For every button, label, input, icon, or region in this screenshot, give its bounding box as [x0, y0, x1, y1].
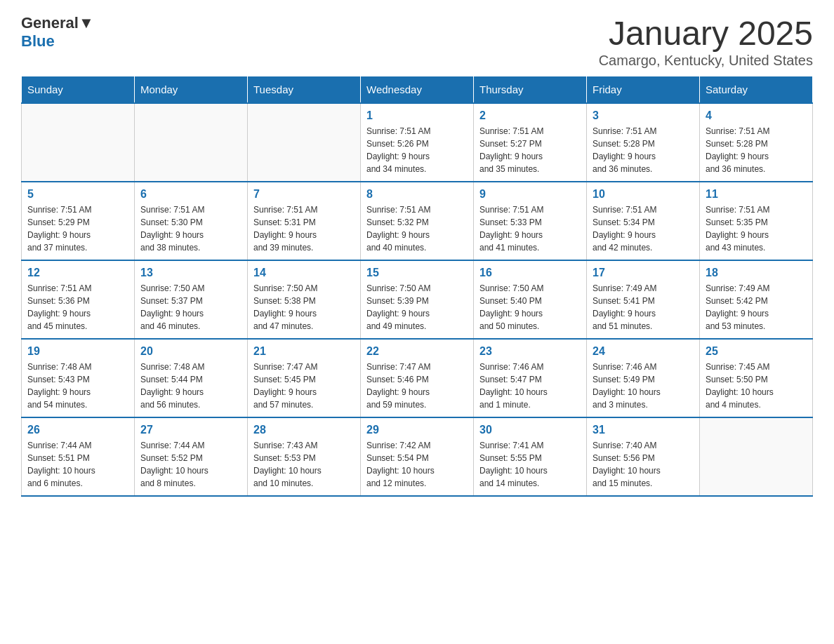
day-number: 14 [253, 267, 355, 279]
day-number: 16 [479, 267, 581, 279]
calendar-cell: 25Sunrise: 7:45 AM Sunset: 5:50 PM Dayli… [700, 339, 813, 417]
calendar-cell: 20Sunrise: 7:48 AM Sunset: 5:44 PM Dayli… [135, 339, 248, 417]
day-number: 13 [140, 267, 241, 279]
day-info: Sunrise: 7:46 AM Sunset: 5:49 PM Dayligh… [593, 361, 694, 411]
day-number: 2 [479, 109, 581, 122]
logo: General▼ Blue [21, 14, 94, 51]
calendar-cell: 11Sunrise: 7:51 AM Sunset: 5:35 PM Dayli… [700, 182, 813, 260]
day-info: Sunrise: 7:44 AM Sunset: 5:52 PM Dayligh… [140, 439, 241, 490]
day-info: Sunrise: 7:49 AM Sunset: 5:41 PM Dayligh… [593, 282, 694, 333]
calendar-cell: 10Sunrise: 7:51 AM Sunset: 5:34 PM Dayli… [587, 182, 700, 260]
day-info: Sunrise: 7:51 AM Sunset: 5:36 PM Dayligh… [27, 282, 128, 333]
calendar-cell: 8Sunrise: 7:51 AM Sunset: 5:32 PM Daylig… [361, 182, 474, 260]
col-friday: Friday [587, 76, 700, 104]
day-number: 11 [706, 188, 807, 201]
day-info: Sunrise: 7:51 AM Sunset: 5:34 PM Dayligh… [593, 203, 694, 254]
calendar-cell: 17Sunrise: 7:49 AM Sunset: 5:41 PM Dayli… [587, 260, 700, 339]
calendar-cell: 24Sunrise: 7:46 AM Sunset: 5:49 PM Dayli… [587, 339, 700, 417]
calendar-week-row-4: 19Sunrise: 7:48 AM Sunset: 5:43 PM Dayli… [22, 339, 813, 417]
day-info: Sunrise: 7:51 AM Sunset: 5:35 PM Dayligh… [706, 203, 807, 254]
day-number: 20 [140, 345, 241, 358]
day-info: Sunrise: 7:50 AM Sunset: 5:39 PM Dayligh… [366, 282, 468, 333]
calendar-cell: 22Sunrise: 7:47 AM Sunset: 5:46 PM Dayli… [361, 339, 474, 417]
calendar-week-row-2: 5Sunrise: 7:51 AM Sunset: 5:29 PM Daylig… [22, 182, 813, 260]
calendar-cell: 6Sunrise: 7:51 AM Sunset: 5:30 PM Daylig… [135, 182, 248, 260]
calendar-cell: 21Sunrise: 7:47 AM Sunset: 5:45 PM Dayli… [248, 339, 361, 417]
day-number: 5 [27, 188, 128, 201]
day-number: 29 [366, 424, 468, 436]
col-monday: Monday [135, 76, 248, 104]
calendar-cell: 9Sunrise: 7:51 AM Sunset: 5:33 PM Daylig… [474, 182, 587, 260]
calendar-cell: 14Sunrise: 7:50 AM Sunset: 5:38 PM Dayli… [248, 260, 361, 339]
day-info: Sunrise: 7:51 AM Sunset: 5:33 PM Dayligh… [479, 203, 581, 254]
calendar-cell: 18Sunrise: 7:49 AM Sunset: 5:42 PM Dayli… [700, 260, 813, 339]
day-info: Sunrise: 7:48 AM Sunset: 5:43 PM Dayligh… [27, 361, 128, 411]
calendar-cell: 16Sunrise: 7:50 AM Sunset: 5:40 PM Dayli… [474, 260, 587, 339]
day-number: 27 [140, 424, 241, 436]
calendar-cell: 4Sunrise: 7:51 AM Sunset: 5:28 PM Daylig… [700, 103, 813, 182]
day-info: Sunrise: 7:51 AM Sunset: 5:29 PM Dayligh… [27, 203, 128, 254]
calendar-cell: 26Sunrise: 7:44 AM Sunset: 5:51 PM Dayli… [22, 417, 135, 496]
calendar-cell: 30Sunrise: 7:41 AM Sunset: 5:55 PM Dayli… [474, 417, 587, 496]
day-info: Sunrise: 7:51 AM Sunset: 5:32 PM Dayligh… [366, 203, 468, 254]
day-info: Sunrise: 7:40 AM Sunset: 5:56 PM Dayligh… [593, 439, 694, 490]
day-number: 23 [479, 345, 581, 358]
calendar-cell: 12Sunrise: 7:51 AM Sunset: 5:36 PM Dayli… [22, 260, 135, 339]
day-info: Sunrise: 7:47 AM Sunset: 5:46 PM Dayligh… [366, 361, 468, 411]
day-number: 25 [706, 345, 807, 358]
calendar-cell [248, 103, 361, 182]
logo-general: General [21, 14, 79, 32]
calendar-table: Sunday Monday Tuesday Wednesday Thursday… [21, 76, 813, 497]
day-info: Sunrise: 7:49 AM Sunset: 5:42 PM Dayligh… [706, 282, 807, 333]
day-info: Sunrise: 7:46 AM Sunset: 5:47 PM Dayligh… [479, 361, 581, 411]
calendar-week-row-3: 12Sunrise: 7:51 AM Sunset: 5:36 PM Dayli… [22, 260, 813, 339]
logo-blue: Blue [21, 32, 55, 50]
calendar-cell: 5Sunrise: 7:51 AM Sunset: 5:29 PM Daylig… [22, 182, 135, 260]
calendar-subtitle: Camargo, Kentucky, United States [599, 53, 813, 69]
calendar-cell [135, 103, 248, 182]
calendar-cell: 7Sunrise: 7:51 AM Sunset: 5:31 PM Daylig… [248, 182, 361, 260]
calendar-cell [700, 417, 813, 496]
calendar-cell: 29Sunrise: 7:42 AM Sunset: 5:54 PM Dayli… [361, 417, 474, 496]
col-thursday: Thursday [474, 76, 587, 104]
day-number: 8 [366, 188, 468, 201]
day-number: 18 [706, 267, 807, 279]
day-info: Sunrise: 7:41 AM Sunset: 5:55 PM Dayligh… [479, 439, 581, 490]
calendar-cell: 31Sunrise: 7:40 AM Sunset: 5:56 PM Dayli… [587, 417, 700, 496]
calendar-cell: 3Sunrise: 7:51 AM Sunset: 5:28 PM Daylig… [587, 103, 700, 182]
page-header: General▼ Blue January 2025 Camargo, Kent… [21, 14, 813, 69]
col-tuesday: Tuesday [248, 76, 361, 104]
day-number: 17 [593, 267, 694, 279]
day-info: Sunrise: 7:43 AM Sunset: 5:53 PM Dayligh… [253, 439, 355, 490]
day-number: 15 [366, 267, 468, 279]
calendar-cell: 27Sunrise: 7:44 AM Sunset: 5:52 PM Dayli… [135, 417, 248, 496]
calendar-cell: 1Sunrise: 7:51 AM Sunset: 5:26 PM Daylig… [361, 103, 474, 182]
day-number: 6 [140, 188, 241, 201]
day-info: Sunrise: 7:51 AM Sunset: 5:28 PM Dayligh… [593, 125, 694, 175]
day-info: Sunrise: 7:50 AM Sunset: 5:38 PM Dayligh… [253, 282, 355, 333]
day-info: Sunrise: 7:51 AM Sunset: 5:27 PM Dayligh… [479, 125, 581, 175]
day-number: 19 [27, 345, 128, 358]
col-sunday: Sunday [22, 76, 135, 104]
day-number: 1 [366, 109, 468, 122]
day-number: 12 [27, 267, 128, 279]
day-number: 7 [253, 188, 355, 201]
col-saturday: Saturday [700, 76, 813, 104]
calendar-week-row-5: 26Sunrise: 7:44 AM Sunset: 5:51 PM Dayli… [22, 417, 813, 496]
day-info: Sunrise: 7:42 AM Sunset: 5:54 PM Dayligh… [366, 439, 468, 490]
col-wednesday: Wednesday [361, 76, 474, 104]
calendar-cell: 19Sunrise: 7:48 AM Sunset: 5:43 PM Dayli… [22, 339, 135, 417]
calendar-header-row: Sunday Monday Tuesday Wednesday Thursday… [22, 76, 813, 104]
calendar-cell: 13Sunrise: 7:50 AM Sunset: 5:37 PM Dayli… [135, 260, 248, 339]
calendar-cell: 15Sunrise: 7:50 AM Sunset: 5:39 PM Dayli… [361, 260, 474, 339]
day-info: Sunrise: 7:51 AM Sunset: 5:26 PM Dayligh… [366, 125, 468, 175]
calendar-title: January 2025 [599, 14, 813, 53]
day-info: Sunrise: 7:50 AM Sunset: 5:37 PM Dayligh… [140, 282, 241, 333]
day-number: 22 [366, 345, 468, 358]
day-info: Sunrise: 7:45 AM Sunset: 5:50 PM Dayligh… [706, 361, 807, 411]
day-number: 24 [593, 345, 694, 358]
day-number: 31 [593, 424, 694, 436]
day-info: Sunrise: 7:51 AM Sunset: 5:31 PM Dayligh… [253, 203, 355, 254]
calendar-cell: 2Sunrise: 7:51 AM Sunset: 5:27 PM Daylig… [474, 103, 587, 182]
day-info: Sunrise: 7:51 AM Sunset: 5:30 PM Dayligh… [140, 203, 241, 254]
